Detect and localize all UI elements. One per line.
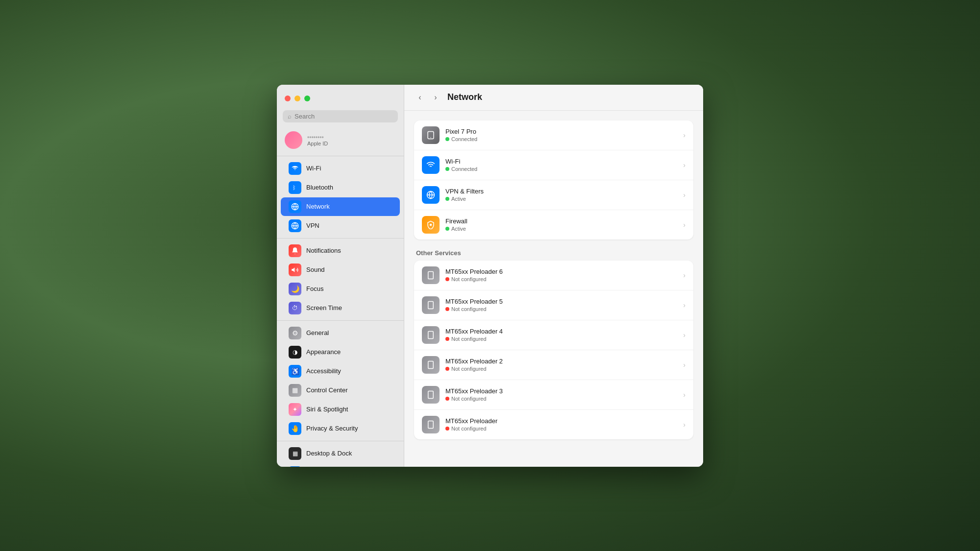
- controlcenter-icon: ▦: [289, 384, 301, 397]
- sidebar-item-label: Bluetooth: [306, 184, 333, 191]
- apple-id-label: Apple ID: [307, 141, 328, 146]
- vpn-network-icon: [422, 186, 440, 204]
- wifi-icon: [289, 162, 301, 175]
- notifications-icon: [289, 244, 301, 257]
- sidebar-scroll: •••••••• Apple ID Wi-Fi ᛒ: [277, 127, 404, 467]
- wifi-network-icon: [422, 156, 440, 174]
- page-title: Network: [447, 92, 482, 102]
- preloader3-icon: [422, 386, 440, 404]
- preloader6-icon: [422, 266, 440, 284]
- status-dot-active: [445, 227, 449, 231]
- status-text: Connected: [451, 136, 477, 142]
- sidebar-item-notifications[interactable]: Notifications: [281, 241, 400, 260]
- forward-button[interactable]: ›: [430, 92, 441, 103]
- chevron-right-icon: ›: [683, 421, 686, 429]
- screentime-icon: ⏱: [289, 302, 301, 314]
- apple-id-username: ••••••••: [307, 134, 328, 141]
- chevron-right-icon: ›: [683, 131, 686, 139]
- svg-point-5: [430, 137, 431, 138]
- svg-text:ᛒ: ᛒ: [293, 184, 296, 190]
- general-icon: ⚙: [289, 327, 301, 339]
- chevron-right-icon: ›: [683, 221, 686, 229]
- accessibility-icon: ♿: [289, 365, 301, 378]
- other-services-header: Other Services: [414, 249, 693, 257]
- focus-icon: 🌙: [289, 283, 301, 295]
- network-item-wifi[interactable]: Wi-Fi Connected ›: [414, 150, 693, 180]
- sidebar-item-bluetooth[interactable]: ᛒ Bluetooth: [281, 178, 400, 197]
- avatar: [285, 131, 302, 149]
- search-icon: ⌕: [288, 113, 292, 120]
- chevron-right-icon: ›: [683, 361, 686, 369]
- appearance-icon: ◑: [289, 346, 301, 359]
- sidebar-item-label: Focus: [306, 285, 323, 292]
- sidebar-item-sound[interactable]: Sound: [281, 261, 400, 279]
- sidebar-item-privacy[interactable]: 🤚 Privacy & Security: [281, 419, 400, 438]
- chevron-right-icon: ›: [683, 161, 686, 169]
- sidebar-item-apple-id[interactable]: •••••••• Apple ID: [277, 127, 404, 153]
- status-dot-not-configured: [445, 397, 449, 401]
- network-item-preloader[interactable]: MT65xx Preloader Not configured ›: [414, 410, 693, 439]
- sidebar-item-displays[interactable]: 🖥 Displays: [281, 463, 400, 467]
- sidebar-item-vpn[interactable]: VPN: [281, 216, 400, 235]
- sidebar-item-controlcenter[interactable]: ▦ Control Center: [281, 381, 400, 400]
- sidebar-divider-3: [277, 320, 404, 321]
- svg-marker-3: [292, 267, 294, 272]
- chevron-right-icon: ›: [683, 331, 686, 339]
- network-item-name: MT65xx Preloader 6: [445, 268, 683, 275]
- close-button[interactable]: [285, 96, 291, 101]
- sidebar-item-screentime[interactable]: ⏱ Screen Time: [281, 299, 400, 317]
- sidebar-item-siri[interactable]: ✦ Siri & Spotlight: [281, 400, 400, 419]
- network-item-preloader6[interactable]: MT65xx Preloader 6 Not configured ›: [414, 261, 693, 290]
- network-item-vpnfilters[interactable]: VPN & Filters Active ›: [414, 180, 693, 210]
- network-item-pixel7pro[interactable]: Pixel 7 Pro Connected ›: [414, 120, 693, 150]
- status-dot-not-configured: [445, 307, 449, 311]
- status-dot-not-configured: [445, 277, 449, 281]
- pixel7pro-icon: [422, 126, 440, 144]
- sidebar-item-appearance[interactable]: ◑ Appearance: [281, 343, 400, 361]
- back-button[interactable]: ‹: [414, 92, 426, 103]
- maximize-button[interactable]: [304, 96, 310, 101]
- preloader-icon: [422, 416, 440, 433]
- preloader5-icon: [422, 296, 440, 314]
- sidebar-item-general[interactable]: ⚙ General: [281, 324, 400, 342]
- sidebar-item-label: Sound: [306, 266, 325, 273]
- sidebar-item-label: VPN: [306, 222, 319, 229]
- status-dot-connected: [445, 137, 449, 141]
- status-text: Not configured: [451, 336, 487, 342]
- chevron-right-icon: ›: [683, 271, 686, 279]
- search-bar[interactable]: ⌕: [283, 110, 398, 122]
- network-item-name: MT65xx Preloader 2: [445, 358, 683, 365]
- status-text: Active: [451, 226, 466, 232]
- sidebar-item-accessibility[interactable]: ♿ Accessibility: [281, 362, 400, 381]
- sidebar-item-focus[interactable]: 🌙 Focus: [281, 280, 400, 298]
- status-text: Not configured: [451, 306, 487, 312]
- network-item-name: MT65xx Preloader 4: [445, 328, 683, 335]
- network-item-firewall[interactable]: Firewall Active ›: [414, 210, 693, 240]
- network-item-preloader4[interactable]: MT65xx Preloader 4 Not configured ›: [414, 320, 693, 350]
- displays-icon: 🖥: [289, 466, 301, 467]
- sidebar-item-label: Network: [306, 203, 330, 210]
- desktop-icon: ▦: [289, 447, 301, 460]
- network-item-name: MT65xx Preloader 5: [445, 298, 683, 305]
- network-item-name: MT65xx Preloader 3: [445, 387, 683, 395]
- sidebar-item-network[interactable]: Network: [281, 197, 400, 216]
- siri-icon: ✦: [289, 403, 301, 416]
- network-item-preloader5[interactable]: MT65xx Preloader 5 Not configured ›: [414, 290, 693, 320]
- minimize-button[interactable]: [294, 96, 300, 101]
- status-text: Active: [451, 196, 466, 202]
- content-header: ‹ › Network: [404, 85, 703, 111]
- network-item-preloader3[interactable]: MT65xx Preloader 3 Not configured ›: [414, 380, 693, 410]
- sidebar-item-desktop[interactable]: ▦ Desktop & Dock: [281, 444, 400, 463]
- sidebar-item-wifi[interactable]: Wi-Fi: [281, 159, 400, 178]
- sidebar-item-label: General: [306, 329, 329, 336]
- content-scroll-area[interactable]: Pixel 7 Pro Connected ›: [404, 111, 703, 467]
- network-item-preloader2[interactable]: MT65xx Preloader 2 Not configured ›: [414, 350, 693, 380]
- network-item-name: MT65xx Preloader: [445, 417, 683, 425]
- sound-icon: [289, 264, 301, 276]
- sidebar-divider-2: [277, 238, 404, 239]
- sidebar-item-label: Desktop & Dock: [306, 450, 352, 457]
- sidebar-item-label: Screen Time: [306, 304, 342, 311]
- search-input[interactable]: [294, 113, 393, 120]
- status-text: Not configured: [451, 426, 487, 431]
- status-dot-active: [445, 197, 449, 201]
